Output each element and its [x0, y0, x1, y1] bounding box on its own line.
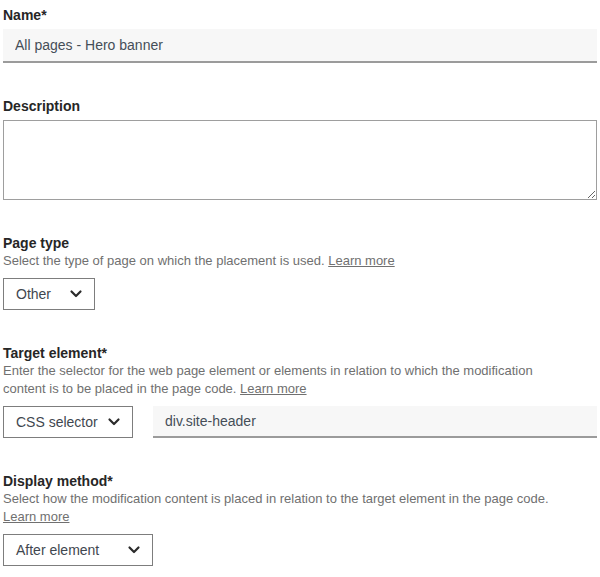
- selector-value-input[interactable]: [153, 406, 597, 438]
- placement-form: Name* Description Page type Select the t…: [3, 6, 597, 566]
- page-type-help-text: Select the type of page on which the pla…: [3, 253, 328, 268]
- page-type-help: Select the type of page on which the pla…: [3, 252, 597, 270]
- display-method-help-text: Select how the modification content is p…: [3, 491, 549, 506]
- target-element-row: CSS selector: [3, 406, 597, 438]
- display-method-learn-more-link[interactable]: Learn more: [3, 509, 69, 524]
- page-type-select-value: Other: [16, 286, 51, 302]
- target-element-help: Enter the selector for the web page elem…: [3, 362, 597, 398]
- name-input[interactable]: [3, 29, 597, 63]
- display-method-select-value: After element: [16, 542, 99, 558]
- page-type-select[interactable]: Other: [3, 278, 95, 310]
- field-target-element: Target element* Enter the selector for t…: [3, 344, 597, 438]
- selector-type-select-value: CSS selector: [16, 414, 98, 430]
- target-element-label: Target element*: [3, 344, 597, 362]
- target-element-learn-more-link[interactable]: Learn more: [240, 381, 306, 396]
- description-label: Description: [3, 97, 597, 115]
- page-type-learn-more-link[interactable]: Learn more: [328, 253, 394, 268]
- selector-type-select[interactable]: CSS selector: [3, 406, 133, 438]
- display-method-help: Select how the modification content is p…: [3, 490, 597, 526]
- field-page-type: Page type Select the type of page on whi…: [3, 234, 597, 310]
- field-name: Name*: [3, 6, 597, 63]
- field-description: Description: [3, 97, 597, 200]
- display-method-label: Display method*: [3, 472, 597, 490]
- field-display-method: Display method* Select how the modificat…: [3, 472, 597, 566]
- page-type-label: Page type: [3, 234, 597, 252]
- chevron-down-icon: [126, 542, 142, 558]
- chevron-down-icon: [68, 286, 84, 302]
- display-method-select[interactable]: After element: [3, 534, 153, 566]
- description-textarea[interactable]: [3, 120, 597, 200]
- chevron-down-icon: [106, 414, 122, 430]
- name-label: Name*: [3, 6, 597, 24]
